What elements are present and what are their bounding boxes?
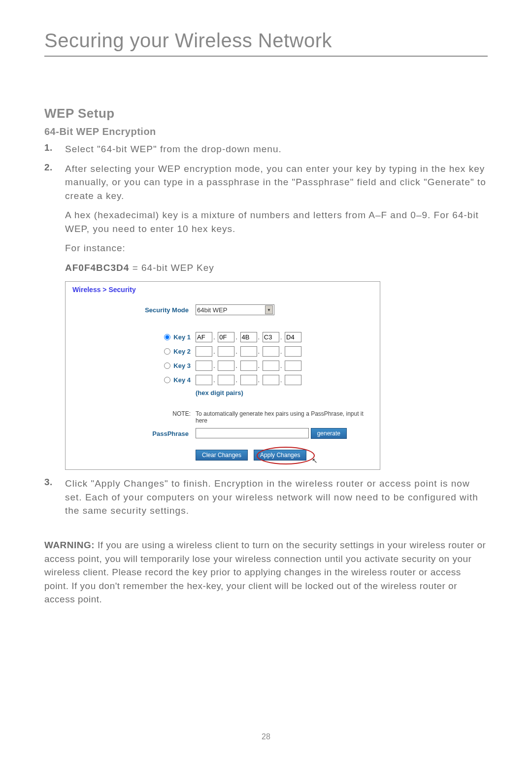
cursor-icon: ↖ — [312, 457, 318, 464]
security-mode-label: Security Mode — [72, 306, 196, 314]
step-number-3: 3. — [44, 477, 65, 518]
key3-label: Key 3 — [173, 362, 191, 369]
key4-hex5[interactable] — [285, 375, 301, 385]
dropdown-arrow-icon[interactable]: ▼ — [265, 305, 273, 314]
generate-button[interactable]: generate — [311, 428, 347, 439]
security-mode-value: 64bit WEP — [197, 306, 227, 314]
key4-hex4[interactable] — [263, 375, 279, 385]
key2-hex4[interactable] — [263, 346, 279, 357]
step-3-text: Click "Apply Changes" to finish. Encrypt… — [65, 477, 488, 518]
clear-changes-button[interactable]: Clear Changes — [196, 450, 248, 461]
section-heading: WEP Setup — [44, 106, 488, 121]
key1-hex3[interactable] — [240, 332, 257, 342]
key1-label: Key 1 — [173, 333, 191, 341]
page-title: Securing your Wireless Network — [44, 30, 488, 57]
warning-text: If you are using a wireless client to tu… — [44, 540, 486, 604]
breadcrumb: Wireless > Security — [72, 286, 373, 294]
wep-key-example: AF0F4BC3D4 = 64-bit WEP Key — [65, 261, 488, 275]
key2-label: Key 2 — [173, 348, 191, 355]
step-2-paragraph-2: A hex (hexadecimal) key is a mixture of … — [65, 208, 488, 235]
key4-hex3[interactable] — [240, 375, 257, 385]
key2-hex3[interactable] — [240, 346, 257, 357]
key4-radio[interactable] — [164, 377, 170, 383]
key2-radio[interactable] — [164, 348, 170, 355]
key3-hex3[interactable] — [240, 361, 257, 371]
key4-hex2[interactable] — [218, 375, 234, 385]
key3-hex2[interactable] — [218, 361, 234, 371]
key1-hex5[interactable] — [285, 332, 301, 342]
page-number: 28 — [0, 732, 532, 741]
key3-hex1[interactable] — [196, 361, 212, 371]
key1-radio[interactable] — [164, 334, 170, 340]
subsection-heading: 64-Bit WEP Encryption — [44, 126, 488, 137]
example-key-rest: = 64-bit WEP Key — [129, 263, 214, 273]
passphrase-label: PassPhrase — [72, 430, 196, 437]
example-key-bold: AF0F4BC3D4 — [65, 263, 129, 273]
key1-hex2[interactable] — [218, 332, 234, 342]
key3-hex5[interactable] — [285, 361, 301, 371]
key1-hex4[interactable] — [263, 332, 279, 342]
note-label: NOTE: — [72, 410, 196, 424]
note-text: To automatically generate hex pairs usin… — [196, 410, 373, 424]
key4-label: Key 4 — [173, 376, 191, 384]
step-1-text: Select "64-bit WEP" from the drop-down m… — [65, 142, 488, 156]
step-number-1: 1. — [44, 142, 65, 156]
passphrase-input[interactable] — [196, 428, 309, 438]
router-ui-screenshot: Wireless > Security Security Mode 64bit … — [65, 281, 380, 470]
warning-label: WARNING: — [44, 540, 95, 550]
step-2-text: After selecting your WEP encryption mode… — [65, 162, 488, 203]
key3-hex4[interactable] — [263, 361, 279, 371]
key2-hex1[interactable] — [196, 346, 212, 357]
key3-radio[interactable] — [164, 363, 170, 369]
apply-changes-button[interactable]: Apply Changes — [254, 450, 306, 461]
key1-hex1[interactable] — [196, 332, 212, 342]
warning-block: WARNING: If you are using a wireless cli… — [44, 538, 488, 606]
security-mode-select[interactable]: 64bit WEP ▼ — [196, 304, 274, 315]
key2-hex2[interactable] — [218, 346, 234, 357]
step-number-2: 2. — [44, 162, 65, 203]
hex-digit-pairs-note: (hex digit pairs) — [196, 389, 373, 396]
key4-hex1[interactable] — [196, 375, 212, 385]
step-2-paragraph-3: For instance: — [65, 241, 488, 255]
key2-hex5[interactable] — [285, 346, 301, 357]
